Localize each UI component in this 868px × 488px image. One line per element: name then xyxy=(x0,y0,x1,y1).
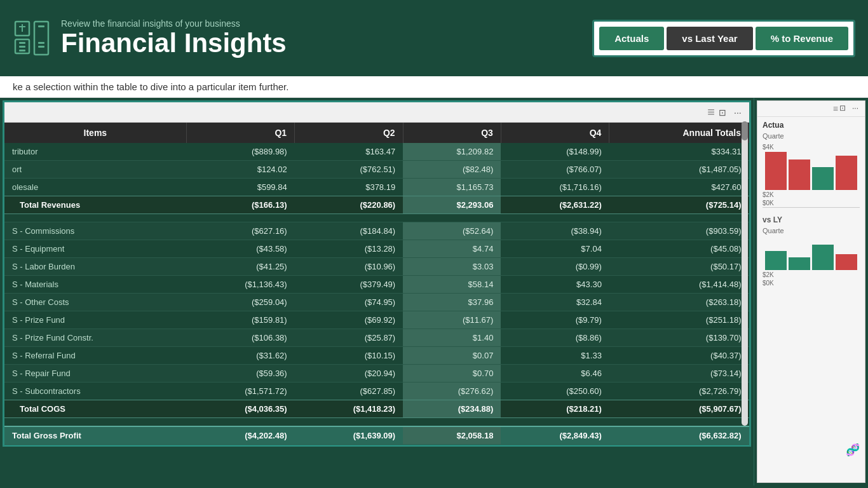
cell-col1: ($159.81) xyxy=(186,311,295,329)
scrollbar-thumb[interactable] xyxy=(742,121,748,140)
bar-q1 xyxy=(765,152,787,190)
table-row[interactable]: S - Prize Fund($159.81)($69.92)($11.67)(… xyxy=(4,311,749,329)
cell-col3: $1,165.73 xyxy=(403,179,501,196)
y-label-2k: $2K xyxy=(763,191,774,198)
table-row[interactable]: S - Referral Fund($31.62)($10.15)$0.07$1… xyxy=(4,347,749,365)
dna-icon: 🧬 xyxy=(846,443,860,457)
scrollbar[interactable] xyxy=(742,121,748,426)
cell-item: S - Subcontractors xyxy=(4,383,186,400)
cell-col5: ($139.70) xyxy=(609,329,749,347)
table-row[interactable]: Total COGS($4,036.35)($1,418.23)($234.88… xyxy=(4,400,749,418)
toggle-panel: Actuals vs Last Year % to Revenue xyxy=(592,20,855,57)
cell-col5: ($263.18) xyxy=(609,294,749,311)
col-annual: Annual Totals xyxy=(609,123,749,143)
actuals-button[interactable]: Actuals xyxy=(599,27,664,50)
cell-col1: ($166.13) xyxy=(186,196,295,214)
cell-col1: ($889.98) xyxy=(186,143,295,161)
table-row[interactable]: S - Other Costs($259.04)($74.95)$37.96$3… xyxy=(4,294,749,311)
table-row[interactable] xyxy=(4,214,749,222)
cell-item: Total COGS xyxy=(4,400,186,418)
cell-col4: ($218.21) xyxy=(501,400,609,418)
main-content: ≡ ⊡ ··· Items Q1 Q2 Q3 Q4 Annual Totals xyxy=(0,98,868,485)
header-subtitle: Review the financial insights of your bu… xyxy=(61,18,287,29)
table-row[interactable]: tributor($889.98)$163.47$1,209.82($148.9… xyxy=(4,143,749,161)
header-left: Review the financial insights of your bu… xyxy=(13,18,287,58)
subtitle-text: ke a selection within the table to dive … xyxy=(13,81,288,92)
cell-col4: ($2,849.43) xyxy=(501,426,609,445)
cell-col1: ($4,202.48) xyxy=(186,426,295,445)
cell-col2: ($25.87) xyxy=(295,329,403,347)
cell-item: ort xyxy=(4,161,186,179)
vs-last-year-button[interactable]: vs Last Year xyxy=(667,27,752,50)
sidebar-more-icon[interactable]: ··· xyxy=(852,104,862,114)
cell-col2: ($1,418.23) xyxy=(295,400,403,418)
cell-col1: ($1,571.72) xyxy=(186,383,295,400)
table-row[interactable]: Total Revenues($166.13)($220.86)$2,293.0… xyxy=(4,196,749,214)
page-title: Financial Insights xyxy=(61,29,287,58)
cell-col2: ($10.96) xyxy=(295,258,403,276)
y-label-0k-vs: $0K xyxy=(763,280,774,287)
sidebar-expand-icon[interactable]: ⊡ xyxy=(839,104,850,114)
table-row[interactable]: olesale$599.84$378.19$1,165.73($1,716.16… xyxy=(4,179,749,196)
financial-icon xyxy=(13,19,51,57)
cell-col4: ($8.86) xyxy=(501,329,609,347)
table-row[interactable]: S - Prize Fund Constr.($106.38)($25.87)$… xyxy=(4,329,749,347)
col-q1: Q1 xyxy=(186,123,295,143)
cell-col4: ($148.99) xyxy=(501,143,609,161)
table-row[interactable]: Total Gross Profit($4,202.48)($1,639.09)… xyxy=(4,426,749,445)
table-row[interactable]: ort$124.02($762.51)($82.48)($766.07)($1,… xyxy=(4,161,749,179)
table-row[interactable]: S - Subcontractors($1,571.72)($627.85)($… xyxy=(4,383,749,400)
sidebar-divider-1 xyxy=(763,207,860,208)
table-row[interactable]: S - Materials($1,136.43)($379.49)$58.14$… xyxy=(4,276,749,294)
cell-col5: ($725.14) xyxy=(609,196,749,214)
table-row[interactable]: S - Commissions($627.16)($184.84)($52.64… xyxy=(4,222,749,240)
table-row[interactable]: S - Labor Burden($41.25)($10.96)$3.03($0… xyxy=(4,258,749,276)
cell-col5: ($73.14) xyxy=(609,365,749,383)
svg-rect-10 xyxy=(38,25,44,27)
cell-col3: ($234.88) xyxy=(403,400,501,418)
cell-item: S - Prize Fund Constr. xyxy=(4,329,186,347)
cell-col3: $2,293.06 xyxy=(403,196,501,214)
cell-col1: $599.84 xyxy=(186,179,295,196)
cell-col4: ($9.79) xyxy=(501,311,609,329)
cell-item: tributor xyxy=(4,143,186,161)
table-row[interactable]: S - Repair Fund($59.36)($20.94)$0.70$6.4… xyxy=(4,365,749,383)
table-row[interactable]: S - Equipment($43.58)($13.28)$4.74$7.04(… xyxy=(4,240,749,258)
sidebar-panel: ≡ ⊡ ··· Actua Quarte $4K $2K xyxy=(757,100,865,483)
col-q3: Q3 xyxy=(403,123,501,143)
actuals-sidebar-label: Actua xyxy=(757,117,865,131)
cell-item: Total Gross Profit xyxy=(4,426,186,445)
cell-col2: $378.19 xyxy=(295,179,403,196)
financial-table: Items Q1 Q2 Q3 Q4 Annual Totals tributor… xyxy=(4,123,749,445)
cell-col1: ($43.58) xyxy=(186,240,295,258)
separator-icon: ≡ xyxy=(707,105,714,119)
table-window-header: ≡ ⊡ ··· xyxy=(4,102,749,123)
cell-col4: $43.30 xyxy=(501,276,609,294)
sidebar-panel-header: ≡ ⊡ ··· xyxy=(757,101,865,117)
cell-col1: ($106.38) xyxy=(186,329,295,347)
table-header-row: Items Q1 Q2 Q3 Q4 Annual Totals xyxy=(4,123,749,143)
cell-col2: ($69.92) xyxy=(295,311,403,329)
cell-col5: ($5,907.67) xyxy=(609,400,749,418)
cell-col5: $427.60 xyxy=(609,179,749,196)
cell-col3: $2,058.18 xyxy=(403,426,501,445)
y-label-4k: $4K xyxy=(763,144,774,151)
cell-col4: $1.33 xyxy=(501,347,609,365)
cell-col2: ($762.51) xyxy=(295,161,403,179)
cell-col5: ($45.08) xyxy=(609,240,749,258)
table-row[interactable] xyxy=(4,418,749,427)
cell-col4: $6.46 xyxy=(501,365,609,383)
cell-col2: ($379.49) xyxy=(295,276,403,294)
cell-col5: $334.31 xyxy=(609,143,749,161)
more-icon[interactable]: ··· xyxy=(734,107,744,118)
cell-col4: ($38.94) xyxy=(501,222,609,240)
cell-col3: $1.40 xyxy=(403,329,501,347)
bar-q2 xyxy=(789,159,810,190)
cell-col1: ($627.16) xyxy=(186,222,295,240)
expand-icon[interactable]: ⊡ xyxy=(719,107,729,118)
cell-col1: ($259.04) xyxy=(186,294,295,311)
cell-col2: ($220.86) xyxy=(295,196,403,214)
cell-item: S - Repair Fund xyxy=(4,365,186,383)
sidebar-separator-icon: ≡ xyxy=(833,104,837,114)
pct-to-revenue-button[interactable]: % to Revenue xyxy=(756,27,848,50)
